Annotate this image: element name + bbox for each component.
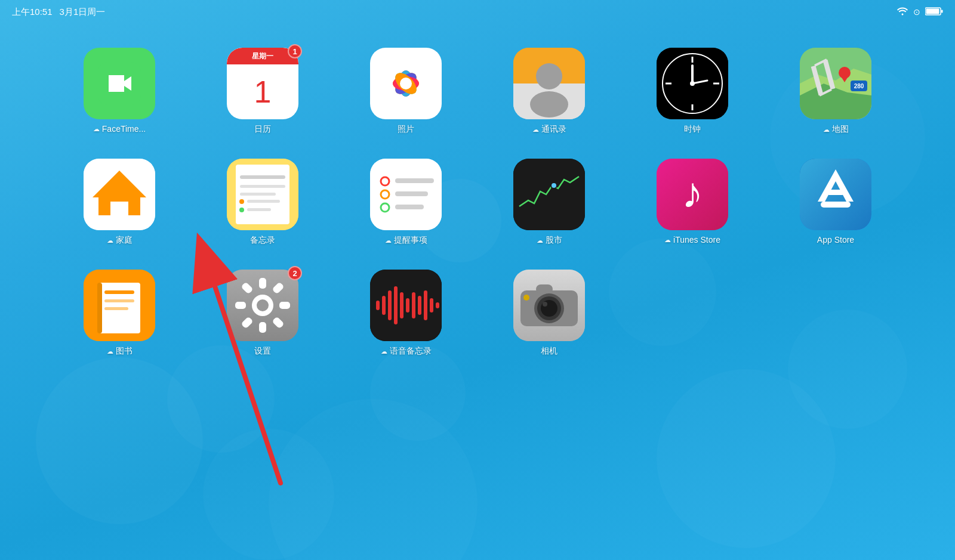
app-calendar[interactable]: 星期一 1 1 日历: [191, 48, 334, 135]
app-camera-label: 相机: [541, 346, 557, 357]
svg-rect-84: [382, 296, 386, 315]
svg-text:280: 280: [854, 83, 864, 89]
svg-rect-77: [279, 302, 290, 309]
app-settings-label: 设置: [254, 346, 271, 357]
svg-rect-96: [536, 284, 553, 294]
svg-rect-76: [235, 302, 246, 309]
svg-rect-89: [412, 292, 415, 318]
svg-point-27: [690, 81, 695, 86]
svg-text:♪: ♪: [682, 169, 703, 216]
app-facetime[interactable]: ☁ FaceTime...: [48, 48, 191, 135]
battery-icon: [925, 7, 943, 18]
svg-rect-62: [821, 202, 851, 208]
app-maps[interactable]: 280 ☁ 地图: [764, 48, 907, 135]
app-itunes[interactable]: ♪ ☁ iTunes Store: [621, 159, 764, 246]
svg-rect-57: [513, 159, 585, 230]
app-notes[interactable]: 备忘录: [191, 159, 334, 246]
svg-rect-44: [240, 185, 285, 188]
svg-rect-2: [941, 10, 943, 13]
svg-rect-85: [388, 290, 392, 320]
svg-rect-92: [430, 298, 433, 313]
app-appstore-label: App Store: [817, 235, 854, 245]
status-time: 上午10:51: [12, 7, 53, 18]
svg-rect-87: [400, 292, 403, 318]
svg-point-46: [239, 199, 244, 204]
svg-rect-74: [259, 278, 266, 289]
svg-rect-45: [240, 193, 276, 196]
svg-point-14: [400, 78, 412, 89]
svg-rect-67: [104, 290, 134, 294]
location-icon: ⊙: [913, 7, 920, 17]
svg-rect-55: [395, 191, 428, 196]
app-clock[interactable]: 时钟: [621, 48, 764, 135]
app-settings[interactable]: 2 设置: [191, 270, 334, 357]
svg-rect-91: [424, 290, 427, 320]
svg-point-58: [551, 182, 557, 188]
app-books-label: ☁ 图书: [107, 346, 133, 357]
status-right: ⊙: [897, 6, 943, 18]
app-grid: ☁ FaceTime... 星期一 1 1 日历: [0, 36, 955, 369]
wifi-icon: [897, 6, 908, 18]
app-clock-label: 时钟: [684, 124, 701, 135]
svg-rect-90: [418, 296, 421, 315]
svg-point-48: [239, 208, 244, 212]
svg-rect-69: [104, 307, 128, 310]
svg-rect-54: [395, 178, 434, 183]
settings-badge: 2: [288, 266, 302, 280]
svg-rect-93: [436, 302, 439, 308]
svg-rect-1: [926, 8, 939, 14]
app-facetime-label: ☁ FaceTime...: [93, 124, 146, 134]
app-itunes-label: ☁ iTunes Store: [664, 235, 720, 245]
app-books[interactable]: ☁ 图书: [48, 270, 191, 357]
svg-rect-86: [394, 286, 398, 324]
app-home[interactable]: ☁ 家庭: [48, 159, 191, 246]
app-reminders[interactable]: ☁ 提醒事项: [334, 159, 478, 246]
svg-rect-43: [240, 175, 285, 179]
svg-point-100: [543, 302, 547, 307]
app-voicememo[interactable]: ☁ 语音备忘录: [334, 270, 478, 357]
svg-point-17: [536, 63, 562, 89]
svg-point-101: [523, 295, 529, 301]
app-voicememo-label: ☁ 语音备忘录: [381, 346, 432, 357]
svg-point-73: [257, 299, 269, 311]
svg-rect-83: [376, 301, 380, 310]
svg-rect-88: [406, 298, 409, 313]
svg-rect-70: [97, 283, 102, 333]
app-camera[interactable]: 相机: [478, 270, 621, 357]
app-contacts-label: ☁ 通讯录: [532, 124, 566, 135]
app-maps-label: ☁ 地图: [823, 124, 849, 135]
svg-rect-68: [104, 299, 134, 302]
app-stocks[interactable]: ☁ 股市: [478, 159, 621, 246]
svg-rect-47: [247, 200, 280, 203]
app-notes-label: 备忘录: [250, 235, 275, 246]
svg-rect-56: [395, 205, 424, 209]
app-photos-label: 照片: [398, 124, 414, 135]
app-reminders-label: ☁ 提醒事项: [385, 235, 427, 246]
svg-point-18: [530, 91, 568, 117]
app-photos[interactable]: 照片: [334, 48, 478, 135]
app-contacts[interactable]: ☁ 通讯录: [478, 48, 621, 135]
svg-rect-49: [247, 208, 271, 211]
svg-rect-75: [259, 322, 266, 333]
app-stocks-label: ☁ 股市: [537, 235, 562, 246]
status-left: 上午10:51 3月1日周一: [12, 7, 105, 18]
app-home-label: ☁ 家庭: [107, 235, 133, 246]
calendar-badge: 1: [288, 44, 302, 58]
svg-rect-64: [827, 190, 845, 195]
app-calendar-label: 日历: [254, 124, 271, 135]
app-appstore[interactable]: App Store: [764, 159, 907, 246]
status-date: 3月1日周一: [60, 7, 106, 18]
status-bar: 上午10:51 3月1日周一 ⊙: [0, 0, 955, 24]
